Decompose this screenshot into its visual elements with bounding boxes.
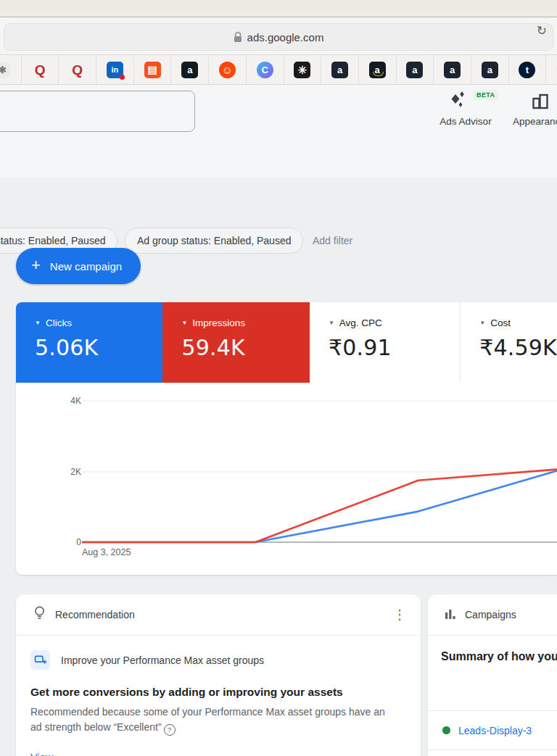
y-tick-0: 0 [45,537,81,547]
amazon-smile-favicon-cell[interactable]: a [359,55,397,84]
metric-value: ₹4.59K [479,335,557,360]
appearance-icon [531,91,550,115]
recommendation-heading: Get more conversions by adding or improv… [30,686,403,699]
chart-line-clicks [82,471,557,543]
filter-chip-adgroup-status[interactable]: Ad group status: Enabled, Paused [125,228,303,254]
notification-dot [120,75,125,80]
browser-toolbar: ads.google.com ↻ [0,17,557,55]
reading-list-favicon: ▤ [144,62,161,78]
chart-line-impressions [82,470,557,542]
performance-panel: ▼Clicks 5.06K ▼Impressions 59.4K ▼Avg. C… [16,302,557,575]
y-tick-4k: 4K [45,396,81,406]
recommendation-item-label: Improve your Performance Max asset group… [61,655,264,666]
quora-favicon-cell[interactable]: Q [22,55,59,84]
bookmarks-bar: ✻QQin▤a☺C✳aaaaat✻ [0,55,557,85]
linkedin-favicon: in [107,62,123,78]
reddit-favicon: ☺ [219,62,236,78]
amazon-favicon-4-cell[interactable]: a [434,55,471,84]
metric-value: 59.4K [181,335,309,360]
caret-down-icon: ▼ [35,320,41,326]
performance-chart: 4K 2K 0 Aug 3, 2025 [16,383,557,575]
amazon-favicon-5: a [482,62,498,78]
amazon-smile-favicon: a [369,62,386,78]
system-menubar-strip [0,0,557,17]
reload-icon[interactable]: ↻ [537,24,547,38]
metric-label: Cost [490,317,511,328]
campaign-status-dot [442,726,450,734]
chatgpt-favicon: ✻ [0,62,11,78]
campaigns-card-header: Campaigns [428,594,557,636]
metric-card-avg-cpc[interactable]: ▼Avg. CPC ₹0.91 [310,302,460,383]
more-options-icon[interactable]: ⋮ [393,607,406,623]
linkedin-favicon-cell[interactable]: in [96,55,134,84]
bar-chart-icon [444,607,456,623]
metric-card-cost[interactable]: ▼Cost ₹4.59K [460,302,557,383]
amazon-favicon-cell[interactable]: a [171,55,209,84]
caret-down-icon: ▼ [329,320,334,326]
ads-advisor-label: Ads Advisor [432,116,499,127]
metric-label: Impressions [192,317,245,328]
sparkle-icon [448,90,470,116]
appearance-button[interactable]: Appearance [512,88,557,130]
tumblr-favicon-cell[interactable]: t [509,55,547,84]
new-campaign-label: New campaign [50,260,122,273]
amazon-smile-arc [373,72,384,76]
metric-value: ₹0.91 [329,335,460,360]
campaigns-card-title: Campaigns [465,609,516,620]
chart-canvas [16,383,557,575]
quora-favicon: Q [32,62,49,78]
campaign-link[interactable]: Leads-Display-3 [458,725,532,736]
recommendation-card-body: Improve your Performance Max asset group… [16,636,421,756]
ads-toolbar-area: BETA Ads Advisor Appearance Campaign sta… [0,85,557,178]
amazon-favicon: a [181,62,198,78]
chatgpt-favicon-cell[interactable]: ✻ [0,55,22,84]
caret-down-icon: ▼ [181,320,187,326]
recommendation-body-text: Recommended because some of your Perform… [30,705,392,736]
c-app-favicon-cell[interactable]: C [247,55,284,84]
metric-label: Clicks [46,317,72,328]
tumblr-favicon: t [519,62,535,78]
dark-art-favicon-cell[interactable]: ✳ [284,55,322,84]
amazon-favicon-2-cell[interactable]: a [321,55,359,84]
quora-favicon-2-cell[interactable]: Q [59,55,96,84]
search-input[interactable] [0,91,195,132]
caret-down-icon: ▼ [479,320,485,326]
reading-list-favicon-cell[interactable]: ▤ [134,55,172,84]
campaigns-card: Campaigns Summary of how your Leads-Disp… [428,594,557,756]
ads-advisor-button[interactable]: BETA Ads Advisor [432,88,499,130]
amazon-favicon-3-cell[interactable]: a [397,55,434,84]
add-filter-button[interactable]: Add filter [313,228,352,254]
reddit-favicon-cell[interactable]: ☺ [209,55,247,84]
chatgpt-favicon-2-cell[interactable]: ✻ [546,55,557,84]
metric-card-clicks[interactable]: ▼Clicks 5.06K [16,302,162,383]
bookmarks-row: ✻QQin▤a☺C✳aaaaat✻ [0,55,557,84]
amazon-favicon-3: a [406,62,423,78]
campaign-row[interactable]: Leads-Display-3 [428,711,557,750]
c-app-favicon: C [257,62,273,78]
amazon-favicon-5-cell[interactable]: a [471,55,509,84]
url-text: ads.google.com [247,31,324,43]
lightbulb-icon [33,605,46,624]
beta-badge: BETA [473,90,498,100]
address-bar[interactable]: ads.google.com [4,23,553,51]
metric-card-impressions[interactable]: ▼Impressions 59.4K [162,302,309,383]
help-icon[interactable]: ? [164,724,176,736]
campaigns-summary-heading: Summary of how your [428,636,557,711]
metric-cards-row: ▼Clicks 5.06K ▼Impressions 59.4K ▼Avg. C… [16,302,557,383]
dark-art-favicon: ✳ [294,62,310,78]
appearance-label: Appearance [513,116,557,127]
asset-group-icon [30,650,50,670]
metric-value: 5.06K [35,335,162,360]
x-tick-date: Aug 3, 2025 [82,547,131,557]
recommendation-card: Recommendation ⋮ Improve your Performanc… [16,594,421,756]
recommendation-card-title: Recommendation [55,609,135,620]
recommendation-card-header: Recommendation ⋮ [16,594,421,636]
amazon-favicon-4: a [444,62,461,78]
quora-favicon-2: Q [69,62,86,78]
recommendation-item: Improve your Performance Max asset group… [30,650,403,670]
y-tick-2k: 2K [45,467,81,477]
new-campaign-button[interactable]: + New campaign [16,248,141,284]
metric-label: Avg. CPC [339,317,382,328]
amazon-favicon-2: a [331,62,348,78]
view-link[interactable]: View [30,752,53,756]
